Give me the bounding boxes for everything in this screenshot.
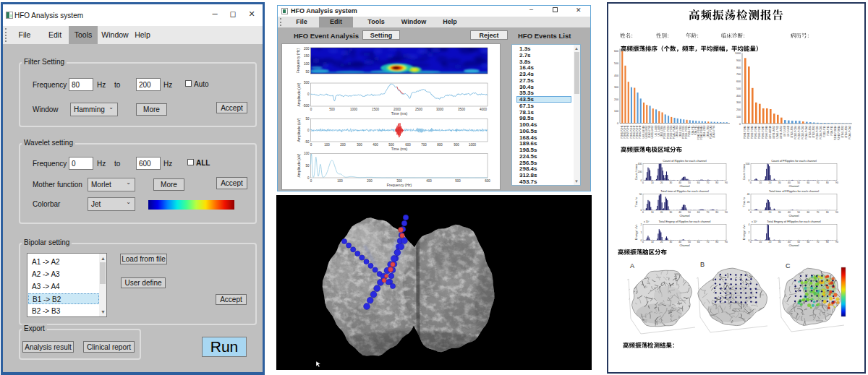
svg-text:0: 0 xyxy=(307,176,310,180)
svg-text:P3H3-P3H14: P3H3-P3H14 xyxy=(834,126,837,140)
svg-text:40: 40 xyxy=(678,211,681,214)
svg-text:90: 90 xyxy=(835,181,838,184)
svg-text:150: 150 xyxy=(304,54,310,58)
svg-text:2: 2 xyxy=(641,223,642,226)
svg-text:3000: 3000 xyxy=(436,108,444,111)
svg-text:30: 30 xyxy=(669,241,672,243)
svg-text:10: 10 xyxy=(759,211,762,214)
svg-text:LTB3-LTB3: LTB3-LTB3 xyxy=(812,126,815,138)
svg-text:LTB4-LTB3: LTB4-LTB3 xyxy=(845,126,848,138)
svg-text:200: 200 xyxy=(638,171,642,173)
svg-text:4000: 4000 xyxy=(480,108,488,111)
svg-text:200: 200 xyxy=(736,108,741,111)
svg-text:40: 40 xyxy=(788,211,791,214)
svg-text:Amplitude (uV): Amplitude (uV) xyxy=(297,153,301,177)
svg-text:700: 700 xyxy=(421,143,427,147)
svg-text:100: 100 xyxy=(736,116,741,118)
svg-text:Channel: Channel xyxy=(679,244,689,247)
svg-text:PCA5-PCA3: PCA5-PCA3 xyxy=(805,126,808,139)
svg-text:90: 90 xyxy=(725,181,728,184)
svg-text:10: 10 xyxy=(759,241,762,243)
svg-text:90: 90 xyxy=(725,241,728,243)
svg-text:400: 400 xyxy=(638,163,642,165)
svg-text:70: 70 xyxy=(817,241,820,243)
svg-text:A: A xyxy=(630,262,634,270)
svg-text:C: C xyxy=(786,262,791,270)
svg-text:200: 200 xyxy=(367,179,373,183)
svg-text:LTA3-4 Y66: LTA3-4 Y66 xyxy=(712,125,715,138)
svg-text:Channel: Channel xyxy=(788,185,799,188)
svg-text:40: 40 xyxy=(788,181,791,184)
svg-text:0: 0 xyxy=(310,143,312,147)
svg-text:30: 30 xyxy=(669,211,672,214)
svg-text:20: 20 xyxy=(747,201,750,204)
svg-text:U4 5-U4B: U4 5-U4B xyxy=(787,125,790,137)
svg-text:0: 0 xyxy=(307,92,310,96)
svg-text:400: 400 xyxy=(426,179,432,183)
svg-text:LTB4-LTB3: LTB4-LTB3 xyxy=(841,126,844,138)
svg-text:4: 4 xyxy=(749,223,750,226)
svg-text:80: 80 xyxy=(826,241,829,243)
svg-text:Channel: Channel xyxy=(679,215,689,217)
svg-text:0: 0 xyxy=(310,108,312,111)
svg-text:90: 90 xyxy=(725,211,728,214)
svg-text:60: 60 xyxy=(807,181,809,184)
svg-text:U4S1-U4S2: U4S1-U4S2 xyxy=(780,126,783,139)
svg-text:Total time of Ripples for each: Total time of Ripples for each channel xyxy=(660,189,709,193)
svg-text:Amplitude (uV): Amplitude (uV) xyxy=(297,118,301,142)
svg-text:-50: -50 xyxy=(305,140,310,144)
svg-text:0: 0 xyxy=(307,129,310,132)
svg-text:U4S-U4S10: U4S-U4S10 xyxy=(769,126,772,139)
svg-text:0: 0 xyxy=(750,241,752,243)
svg-text:U4S1-U4S2: U4S1-U4S2 xyxy=(773,126,775,139)
svg-text:Total Engery of Ripples for ea: Total Engery of Ripples for each channel xyxy=(659,220,711,223)
svg-text:50: 50 xyxy=(305,164,310,168)
svg-text:70: 70 xyxy=(707,211,710,214)
svg-text:2500: 2500 xyxy=(415,108,423,111)
svg-text:50: 50 xyxy=(688,241,691,243)
svg-text:900: 900 xyxy=(736,59,741,62)
svg-text:1000: 1000 xyxy=(469,143,477,147)
svg-text:60: 60 xyxy=(697,211,700,214)
svg-text:Energy / uV²: Energy / uV² xyxy=(635,224,638,240)
svg-text:50: 50 xyxy=(688,211,691,214)
svg-text:1000: 1000 xyxy=(735,52,741,55)
svg-text:200: 200 xyxy=(304,47,310,51)
svg-text:80: 80 xyxy=(826,211,829,214)
svg-text:P3A-P15: P3A-P15 xyxy=(830,126,833,136)
svg-text:0: 0 xyxy=(617,122,618,125)
svg-text:Time / s: Time / s xyxy=(743,197,746,207)
svg-text:900: 900 xyxy=(454,143,459,147)
svg-text:40: 40 xyxy=(788,241,791,243)
svg-text:3500: 3500 xyxy=(458,108,466,111)
svg-text:1000: 1000 xyxy=(350,108,358,111)
svg-text:20: 20 xyxy=(660,181,663,184)
svg-text:10: 10 xyxy=(651,241,654,243)
svg-text:P3H3-P3H14: P3H3-P3H14 xyxy=(838,126,841,140)
svg-text:Count / times: Count / times xyxy=(743,164,746,180)
svg-text:P3A-P15: P3A-P15 xyxy=(827,126,830,136)
svg-text:60: 60 xyxy=(807,241,809,243)
svg-text:0: 0 xyxy=(310,179,312,183)
svg-text:Count of FRipples for each cha: Count of FRipples for each channel xyxy=(771,159,817,163)
svg-text:20: 20 xyxy=(769,181,772,184)
svg-text:600: 600 xyxy=(485,179,490,183)
svg-text:PCB2-PCB4: PCB2-PCB4 xyxy=(794,126,797,139)
svg-text:P3H5-P3H6: P3H5-P3H6 xyxy=(754,126,757,139)
svg-text:PCB4-PCB5: PCB4-PCB5 xyxy=(820,126,822,139)
svg-text:0: 0 xyxy=(642,181,644,184)
svg-text:P3H6-P3H7: P3H6-P3H7 xyxy=(762,126,765,139)
svg-text:-500: -500 xyxy=(302,104,310,108)
svg-text:1: 1 xyxy=(641,231,642,234)
svg-text:100: 100 xyxy=(614,110,618,113)
svg-text:500: 500 xyxy=(746,163,750,165)
svg-text:Channel: Channel xyxy=(788,215,799,217)
svg-text:600: 600 xyxy=(736,80,741,83)
svg-text:100: 100 xyxy=(304,152,310,155)
svg-text:0: 0 xyxy=(750,181,752,184)
svg-text:Total time of FRipples for eac: Total time of FRipples for each channel xyxy=(769,189,819,193)
svg-text:70: 70 xyxy=(817,211,820,214)
svg-text:Channel: Channel xyxy=(788,244,799,247)
svg-text:600: 600 xyxy=(614,50,618,53)
svg-text:100: 100 xyxy=(337,179,343,183)
